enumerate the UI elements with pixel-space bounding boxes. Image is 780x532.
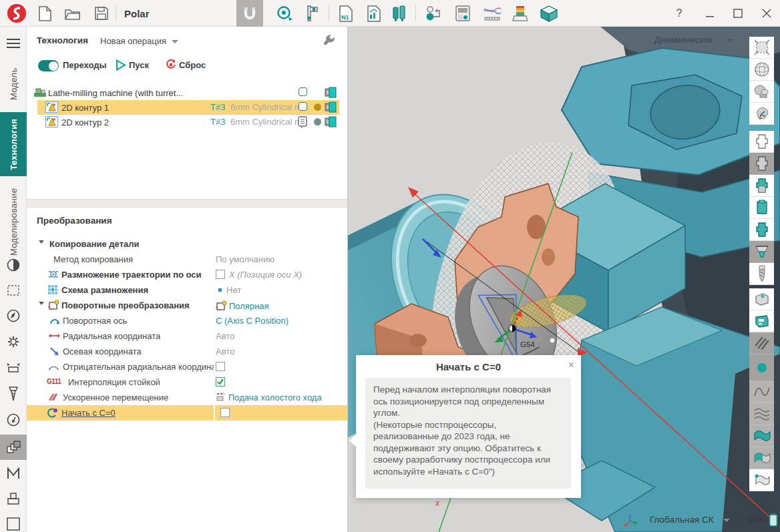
coordinate-system-selector[interactable]: Глобальная СК xyxy=(650,515,730,525)
tab-technology[interactable]: Технология xyxy=(0,112,27,176)
measure-tape-button[interactable] xyxy=(272,0,297,27)
tab-simulation[interactable]: Моделирование xyxy=(0,182,27,262)
caliper-button[interactable] xyxy=(299,0,323,27)
prop-start-with-c0[interactable]: Начать с C=0 xyxy=(27,405,347,421)
prop-label-link[interactable]: Начать с C=0 xyxy=(61,408,116,418)
help-button[interactable]: ? xyxy=(668,0,691,27)
workpiece-bounds-icon[interactable] xyxy=(0,356,27,379)
close-button[interactable] xyxy=(755,0,778,27)
magnet-snap-button[interactable] xyxy=(236,0,263,27)
calculator-button[interactable] xyxy=(450,0,475,27)
prop-value[interactable]: Авто xyxy=(216,346,234,356)
drill-tool-button[interactable] xyxy=(749,263,774,285)
reset-button[interactable]: Сброс xyxy=(179,60,206,70)
turned-part-button[interactable] xyxy=(749,81,774,103)
prop-group-rotary-transformations[interactable]: Поворотные преобразования Полярная xyxy=(27,298,347,313)
prop-radial-coordinate[interactable]: Радиальная координата Авто xyxy=(27,328,347,344)
record-dot-button[interactable] xyxy=(749,354,774,381)
prop-negative-radial[interactable]: Отрицательная радиальная координата xyxy=(27,359,347,374)
maximize-button[interactable] xyxy=(727,0,749,27)
stamp-icon[interactable] xyxy=(0,487,27,510)
prop-value[interactable]: Полярная xyxy=(216,300,269,311)
tree-row-contour-2[interactable]: 2D контур 2 T#3 6mm Cylindrical mill xyxy=(27,115,347,129)
new-operation-dropdown[interactable]: Новая операция xyxy=(100,36,178,46)
tree-row-machine[interactable]: Lathe-milling machine (with turret... xyxy=(27,85,347,100)
new-document-button[interactable] xyxy=(35,0,55,27)
part-outline-button[interactable] xyxy=(749,131,774,153)
prop-value[interactable]: Авто xyxy=(216,331,234,341)
stock-part-button[interactable] xyxy=(749,219,774,241)
flag-outline-button[interactable] xyxy=(749,469,774,491)
chevron-expanded-icon[interactable] xyxy=(39,302,44,305)
copies-icon[interactable] xyxy=(0,435,27,460)
flag-half-button[interactable] xyxy=(749,447,774,469)
report-button[interactable] xyxy=(362,0,386,27)
tab-model[interactable]: Модель xyxy=(0,59,27,109)
prop-copy-method[interactable]: Метод копирования По умолчанию xyxy=(27,252,347,267)
zoom-level[interactable]: 14% xyxy=(747,515,765,525)
hatch-section-button[interactable] xyxy=(749,332,774,354)
prop-value[interactable]: Нет xyxy=(216,285,241,295)
flag-filled-button[interactable] xyxy=(749,425,774,447)
wave-paths-button[interactable] xyxy=(749,403,774,425)
multiply-axis-checkbox[interactable] xyxy=(216,270,225,279)
blank-square-icon[interactable] xyxy=(0,513,27,532)
prop-multiply-along-axis[interactable]: Размножение траектории по оси X (Позиция… xyxy=(27,267,347,282)
prop-controller-interpolation[interactable]: G111 Интерполяция стойкой xyxy=(27,374,347,390)
shading-icon[interactable] xyxy=(0,254,27,276)
dynamic-section-overlay[interactable]: Динамическое xyxy=(654,35,713,45)
interpolation-checkbox-checked[interactable] xyxy=(216,377,225,386)
settings-wrench-icon[interactable] xyxy=(323,33,336,47)
start-c0-checkbox[interactable] xyxy=(220,408,230,417)
machine-checkbox[interactable] xyxy=(299,87,307,96)
prop-axial-coordinate[interactable]: Осевая координата Авто xyxy=(27,344,347,359)
transitions-toggle[interactable] xyxy=(38,60,59,71)
prop-value[interactable]: Подача холостого хода xyxy=(216,392,322,403)
solid-box-button[interactable] xyxy=(536,0,562,27)
run-button[interactable]: Пуск xyxy=(129,60,149,70)
app-logo-icon[interactable] xyxy=(5,0,28,27)
viewport-3d[interactable]: G54 x Динамическое xyxy=(348,27,780,532)
main-menu-button[interactable] xyxy=(0,32,27,55)
nc-program-button[interactable]: N1 xyxy=(334,0,358,27)
prop-value[interactable]: X (Позиция оси X) xyxy=(229,270,302,280)
prop-multiplication-scheme[interactable]: Схема размножения Нет xyxy=(27,282,347,298)
stock-solid-button[interactable] xyxy=(749,197,774,219)
prop-value[interactable]: По умолчанию xyxy=(216,254,274,264)
prop-value[interactable]: C (Axis C Position) xyxy=(216,316,288,326)
prop-rotary-axis[interactable]: Поворотная ось C (Axis C Position) xyxy=(27,313,347,328)
save-document-button[interactable] xyxy=(91,0,112,27)
material-m-icon[interactable] xyxy=(0,462,27,485)
chevron-expanded-icon[interactable] xyxy=(39,240,44,244)
part-stock-button[interactable] xyxy=(749,175,774,197)
compass-icon[interactable] xyxy=(0,304,27,327)
tools-button[interactable] xyxy=(386,0,413,27)
tree-row-contour-1[interactable]: 2D контур 1 T#3 6mm Cylindrical mill xyxy=(27,100,347,115)
prop-group-part-copying[interactable]: Копирование детали xyxy=(27,236,347,252)
material-layers-button[interactable] xyxy=(508,0,533,27)
operation-tool-icon[interactable] xyxy=(325,101,337,113)
settings-gear-icon[interactable] xyxy=(0,330,27,353)
machine-head-button[interactable] xyxy=(749,288,774,310)
prop-rapid-move[interactable]: Ускоренное перемещение Подача холостого … xyxy=(27,390,347,405)
negative-radial-checkbox[interactable] xyxy=(216,362,225,371)
process-link-button[interactable] xyxy=(421,0,446,27)
collet-button[interactable] xyxy=(749,241,774,263)
machine-head-active-button[interactable] xyxy=(749,310,774,332)
tooltip-close-icon[interactable]: × xyxy=(568,359,574,371)
reset-icon[interactable] xyxy=(165,59,177,71)
curve-path-button[interactable] xyxy=(749,381,774,403)
machine-tool-icon[interactable] xyxy=(325,87,337,98)
part-with-axes-button[interactable] xyxy=(749,103,774,125)
wire-sphere-button[interactable] xyxy=(749,59,774,81)
tool-icon[interactable] xyxy=(0,382,27,405)
select-region-button[interactable] xyxy=(749,37,774,59)
gauge-icon[interactable] xyxy=(0,409,27,431)
open-document-button[interactable] xyxy=(61,0,83,27)
notes-icon[interactable] xyxy=(298,116,308,128)
run-play-icon[interactable] xyxy=(116,59,126,71)
selection-box-icon[interactable] xyxy=(0,279,27,302)
operation-tool-icon[interactable] xyxy=(325,116,337,127)
panel-splitter[interactable] xyxy=(27,199,347,208)
operation-checkbox[interactable] xyxy=(299,102,307,111)
